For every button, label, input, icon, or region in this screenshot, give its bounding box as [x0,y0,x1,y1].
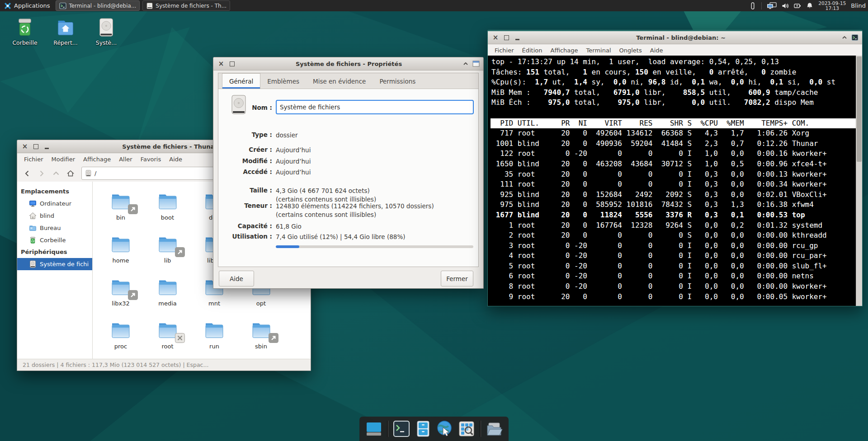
trash-icon [29,236,37,244]
sidebar-item-corbeille[interactable]: Corbeille [17,234,92,246]
top-process-row: 2 root 20 0 0 0 0 S 0,0 0,0 0:00.00 kthr… [491,230,856,241]
close-button[interactable]: Fermer [441,271,473,286]
sidebar-item-label: Ordinateur [40,200,71,207]
thunar-sidebar: EmplacementsOrdinateurblindBureauCorbeil… [17,182,93,359]
shade-icon[interactable] [841,34,848,41]
file-item-label: boot [146,214,189,221]
file-item-media[interactable]: media [146,277,189,307]
window-button[interactable]: Terminal - blind@debia... [56,0,140,11]
dock-separator [480,421,481,437]
web-browser-launcher[interactable] [436,420,453,437]
terminal-titlebar[interactable]: × Terminal - blind@debian: ~ [488,31,862,44]
scrollbar-thumb[interactable] [857,56,862,162]
show-desktop-launcher[interactable] [365,420,382,437]
file-item-run[interactable]: run [193,319,236,350]
terminal-scrollbar[interactable] [856,56,862,306]
applications-menu-button[interactable]: Applications [0,0,54,11]
tab-embl-mes[interactable]: Emblèmes [260,74,306,89]
file-item-label: root [146,343,189,350]
menu-item-modifier[interactable]: Modifier [47,155,80,164]
menu-item-fichier[interactable]: Fichier [20,155,47,164]
minimize-icon[interactable] [43,143,50,150]
top-process-row: 35 root 20 0 0 0 0 I 0,3 0,0 0:00.13 kwo… [491,169,856,180]
sidebar-item-bureau[interactable]: Bureau [17,222,92,234]
top-process-row: 5 root 0 -20 0 0 0 I 0,0 0,0 0:00.00 slu… [491,261,856,272]
property-label: Accédé : [218,168,272,177]
property-value-line: 7,4 Gio utilisé (12%) | 54,4 Gio libre (… [276,233,406,241]
close-icon[interactable]: × [492,34,499,41]
menu-item-aide[interactable]: Aide [646,46,667,55]
name-label: Nom : [218,104,272,111]
close-icon[interactable]: × [22,143,28,150]
file-item-label: home [99,257,142,264]
folder-icon [29,224,37,232]
top-process-row: 3 root 0 -20 0 0 0 I 0,0 0,0 0:00.00 rcu… [491,241,856,251]
property-label: Créer : [218,146,272,155]
maximize-icon[interactable] [33,143,39,150]
notifications-bell-icon[interactable] [806,2,813,9]
maximize-icon[interactable] [229,61,235,67]
dock-separator [387,421,388,437]
file-item-proc[interactable]: proc [99,319,142,350]
desktop-icon[interactable]: Corbeille [8,17,42,46]
menu-item-favoris[interactable]: Favoris [137,155,165,164]
menu-item-affichage[interactable]: Affichage [79,155,115,164]
window-button[interactable]: Système de fichiers - Th... [142,0,230,11]
menu-item-fichier[interactable]: Fichier [491,46,518,55]
shade-icon[interactable] [462,61,469,67]
desktop-icon[interactable]: Systè... [90,17,123,46]
directory-menu-launcher[interactable] [486,420,503,437]
menu-item-terminal[interactable]: Terminal [582,46,615,55]
folder-icon [157,277,179,298]
menu-item-aide[interactable]: Aide [165,155,186,164]
file-item-boot[interactable]: boot [146,191,189,221]
statusbar-text: 21 dossiers | 4 fichiers : 117,3 Mio (12… [23,361,208,368]
close-icon[interactable]: × [218,61,224,67]
terminal-line: %Cpu(s): 1,7 ut, 1,4 sy, 0,0 ni, 96,8 id… [491,77,856,88]
menu-item-onglets[interactable]: Onglets [615,46,646,55]
desktop-icon[interactable]: Répert... [49,17,82,46]
home-button[interactable] [64,168,77,179]
clock[interactable]: 2023-09-15 17:13 [818,1,846,11]
terminal-screen[interactable]: top - 17:13:27 up 14 min, 1 user, load a… [488,56,862,306]
terminal-line: MiB Éch : 975,0 total, 975,0 libr, 0,0 u… [491,98,856,108]
battery-icon[interactable] [794,2,801,9]
file-manager-launcher[interactable] [415,420,432,437]
folder-icon [203,319,225,341]
sidebar-item-ordinateur[interactable]: Ordinateur [17,197,92,210]
file-item-home[interactable]: home [99,234,142,264]
folder-icon [157,191,179,212]
sidebar-item-blind[interactable]: blind [17,210,92,222]
minimize-icon[interactable] [514,34,520,41]
tab-permissions[interactable]: Permissions [373,74,422,89]
tab-g-n-ral[interactable]: Général [222,73,260,89]
menu-item-édition[interactable]: Édition [518,46,547,55]
indicator-icon[interactable] [749,2,756,9]
disk-icon [96,17,117,38]
desktop-icon-label: Répert... [53,39,77,46]
sidebar-item-syst-me-de-fichi-[interactable]: Système de fichi... [17,258,92,270]
up-button[interactable] [50,168,62,179]
terminal-line: MiB Mem : 7940,7 total, 6791,0 libr, 858… [491,88,856,98]
property-row: Créer :Aujourd’hui [218,146,472,155]
maximize-icon[interactable] [503,34,509,41]
help-button[interactable]: Aide [219,271,254,286]
symlink-emblem-icon [128,204,138,214]
disk-icon [85,170,92,177]
forward-button[interactable] [35,168,48,179]
top-process-row: 1001 blind 20 0 490936 59204 41484 S 2,3… [491,139,856,149]
terminal-launcher[interactable] [393,420,410,437]
properties-general-page: Nom : Type :dossierCréer :Aujourd’huiMod… [218,89,478,267]
name-input[interactable] [276,100,474,114]
homefolder-icon [55,17,76,38]
menu-item-aller[interactable]: Aller [115,155,136,164]
menu-item-affichage[interactable]: Affichage [546,46,582,55]
app-finder-launcher[interactable] [458,420,475,437]
display-settings-icon[interactable] [767,2,777,9]
user-actions-button[interactable]: Blind [851,2,866,9]
path-text: / [94,170,96,177]
volume-icon[interactable] [782,2,789,9]
tab-mise-en-vidence[interactable]: Mise en évidence [306,74,373,89]
back-button[interactable] [21,168,33,179]
properties-titlebar[interactable]: × Système de fichiers - Propriétés [213,57,483,70]
